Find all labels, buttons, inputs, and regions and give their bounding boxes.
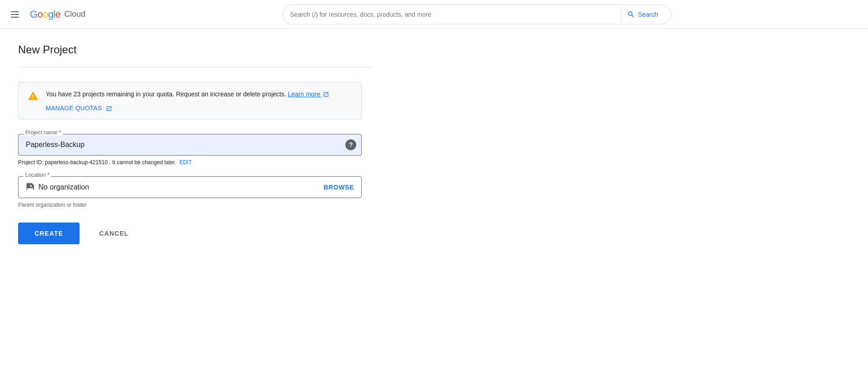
page-title: New Project xyxy=(18,43,371,56)
location-label: Location * xyxy=(24,172,51,178)
project-name-label: Project name * xyxy=(24,129,63,136)
warning-icon xyxy=(28,90,38,103)
google-cloud-logo[interactable]: Google Cloud xyxy=(30,9,85,20)
create-button[interactable]: CREATE xyxy=(18,223,80,244)
svg-rect-0 xyxy=(11,11,19,12)
svg-rect-1 xyxy=(11,14,19,15)
edit-project-id-link[interactable]: EDIT xyxy=(179,159,192,166)
search-input[interactable] xyxy=(290,11,618,18)
external-link-icon xyxy=(323,91,329,98)
new-project-form: Project name * ? Project ID: paperless-b… xyxy=(18,134,362,244)
svg-rect-2 xyxy=(11,17,19,18)
quota-message: You have 23 projects remaining in your q… xyxy=(46,90,329,112)
project-name-input-wrapper: ? xyxy=(18,134,362,156)
menu-button[interactable] xyxy=(7,8,23,21)
form-actions: CREATE CANCEL xyxy=(18,223,362,244)
manage-quotas-external-icon xyxy=(106,105,112,112)
location-hint: Parent organization or folder xyxy=(18,202,362,208)
main-content: New Project You have 23 projects remaini… xyxy=(0,29,389,259)
search-label: Search xyxy=(638,11,658,18)
organization-icon xyxy=(26,182,35,193)
search-button[interactable]: Search xyxy=(621,8,663,21)
location-field-group: Location * No organization BROWSE xyxy=(18,176,362,198)
search-bar: Search xyxy=(283,5,671,24)
learn-more-link[interactable]: Learn more xyxy=(288,90,329,98)
quota-text: You have 23 projects remaining in your q… xyxy=(46,90,329,98)
google-wordmark: Google xyxy=(30,9,61,20)
search-icon xyxy=(627,10,635,19)
project-id-text: Project ID: paperless-backup-421510 . It… xyxy=(18,159,362,166)
manage-quotas-link[interactable]: MANAGE QUOTAS xyxy=(46,104,329,112)
project-name-field-group: Project name * ? xyxy=(18,134,362,156)
project-name-input[interactable] xyxy=(18,134,362,156)
browse-button[interactable]: BROWSE xyxy=(324,184,354,191)
title-divider xyxy=(18,67,371,67)
header: Google Cloud Search xyxy=(0,0,868,29)
location-input-wrapper: No organization BROWSE xyxy=(18,176,362,198)
location-value: No organization xyxy=(38,183,324,191)
cancel-button[interactable]: CANCEL xyxy=(83,223,145,244)
quota-notice: You have 23 projects remaining in your q… xyxy=(18,82,362,119)
cloud-wordmark: Cloud xyxy=(64,9,85,19)
